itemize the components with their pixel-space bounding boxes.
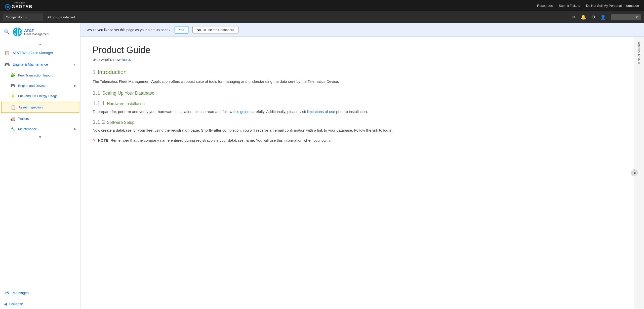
section-1-1-1-title: Hardware Installation — [107, 102, 145, 106]
sidebar-item-asset-inspection[interactable]: 📋 Asset Inspection — [1, 102, 79, 113]
startup-question: Would you like to set this page as your … — [87, 28, 171, 32]
att-globe-icon — [13, 27, 22, 37]
mail-icon-button[interactable]: ✉ — [572, 14, 576, 20]
user-icon-button[interactable]: 👤 — [600, 14, 606, 20]
collapse-chevron-icon: ◀ — [4, 302, 7, 306]
section-1-body: The Telematics Fleet Management Applicat… — [93, 79, 622, 85]
subbar: Groups filter ▼ All groups selected ✉ 🔔 … — [0, 11, 644, 23]
maintenance-arrow-icon: ▶ — [74, 127, 76, 131]
sidebar-item-engine-maintenance[interactable]: 🎮 Engine & Maintenance ▲ — [0, 59, 80, 70]
topbar-nav: Resources Submit Tickets Do Not Sell My … — [537, 4, 639, 8]
powered-by-text: Powered by — [13, 2, 25, 4]
section-1-1-title: Setting Up Your Database — [102, 91, 154, 96]
hardware-body-suffix: prior to installation. — [335, 109, 368, 114]
groups-filter-chevron-icon: ▼ — [26, 16, 28, 19]
sidebar: 🔍 AT&T Fleet Management ▲ — [0, 23, 80, 309]
sidebar-item-fuel-transaction[interactable]: 🧩 Fuel Transaction Import — [0, 70, 80, 81]
sidebar-scroll-down-button[interactable]: ▼ — [0, 134, 80, 140]
engine-device-icon: 🎮 — [10, 83, 16, 88]
sidebar-item-messages[interactable]: ✉ Messages — [0, 287, 80, 299]
fuel-ev-icon: ⚡ — [10, 94, 16, 98]
subtitle-suffix: . — [130, 57, 131, 62]
this-guide-link[interactable]: this guide — [233, 109, 249, 114]
sidebar-item-engine-maintenance-label: Engine & Maintenance — [13, 62, 48, 66]
svg-point-1 — [7, 6, 9, 8]
groups-filter-label: Groups filter — [6, 15, 24, 19]
user-dropdown[interactable]: ▼ — [611, 14, 641, 20]
section-1-title: Introduction — [98, 69, 127, 75]
sidebar-brand-name: AT&T Fleet Management — [24, 28, 49, 36]
sidebar-item-engine-device-label: Engine and Device... — [18, 84, 48, 88]
all-groups-text: All groups selected — [47, 15, 568, 19]
notifications-icon-button[interactable]: 🔔 — [581, 14, 586, 20]
engine-device-arrow-icon: ▶ — [74, 84, 76, 87]
sidebar-scroll-up-button[interactable]: ▲ — [0, 41, 80, 47]
no-dashboard-button[interactable]: No, I'll use the Dashboard — [192, 26, 238, 33]
sidebar-item-maintenance[interactable]: 🔧 Maintenance... ▶ — [0, 124, 80, 134]
section-1-1-2-body: Now create a database for your fleet usi… — [93, 127, 622, 133]
fuel-transaction-icon: 🧩 — [10, 73, 16, 78]
note-bold: NOTE — [98, 138, 108, 142]
limitations-link[interactable]: limitations of use — [307, 109, 335, 114]
topbar: Powered by GEOTAB Resources Submit Ticke… — [0, 0, 644, 11]
product-guide-subtitle: See what's new here. — [93, 57, 622, 62]
sidebar-item-trailers[interactable]: 🚛 Trailers — [0, 113, 80, 124]
trailers-icon: 🚛 — [10, 116, 16, 121]
section-1-1-1-header: 1.1.1 Hardware Installation — [93, 100, 622, 107]
hardware-body-prefix: To prepare for, perform and verify your … — [93, 109, 233, 114]
brand-geotab: Powered by GEOTAB — [5, 2, 32, 10]
geotab-logo: GEOTAB — [5, 4, 32, 10]
subtitle-prefix: See what's new — [93, 57, 122, 62]
sidebar-brand: AT&T Fleet Management — [13, 27, 49, 37]
sidebar-item-att-workforce-label: AT&T Workforce Manager — [13, 51, 53, 55]
privacy-link[interactable]: Do Not Sell My Personal Information — [586, 4, 639, 8]
sidebar-brand-main: AT&T — [24, 28, 49, 32]
sidebar-item-fuel-ev[interactable]: ⚡ Fuel and EV Energy Usage — [0, 91, 80, 101]
sidebar-brand-sub: Fleet Management — [24, 32, 49, 36]
section-1-1-2-header: 1.1.2 Software Setup — [93, 119, 622, 125]
search-button[interactable]: 🔍 — [4, 29, 10, 35]
toc-label: Table of contents — [637, 42, 641, 65]
asset-inspection-icon: 📋 — [11, 105, 16, 110]
content-area: Would you like to set this page as your … — [80, 23, 644, 309]
settings-icon-button[interactable]: ⚙ — [591, 14, 595, 20]
submit-tickets-link[interactable]: Submit Tickets — [559, 4, 580, 8]
section-1-number: 1 — [93, 69, 96, 75]
section-1-1-1-number: 1.1.1 — [93, 100, 105, 107]
sidebar-header: 🔍 AT&T Fleet Management — [0, 23, 80, 41]
content-scroll-area[interactable]: Product Guide See what's new here. 1 Int… — [80, 37, 644, 309]
subbar-icons-area: ✉ 🔔 ⚙ 👤 ▼ — [572, 14, 641, 20]
messages-icon: ✉ — [4, 290, 10, 296]
section-1-header: 1 Introduction — [93, 69, 622, 75]
sidebar-item-messages-label: Messages — [13, 291, 29, 295]
geotab-icon — [5, 4, 11, 10]
groups-filter-button[interactable]: Groups filter ▼ — [3, 14, 43, 21]
resources-link[interactable]: Resources — [537, 4, 553, 8]
sidebar-item-engine-device[interactable]: 🎮 Engine and Device... ▶ — [0, 81, 80, 91]
note-content: : Remember that the company name entered… — [108, 138, 331, 142]
toc-toggle-button[interactable]: ◀ — [631, 169, 638, 176]
note-symbol: ✳ — [93, 138, 96, 142]
sidebar-item-fuel-transaction-label: Fuel Transaction Import — [18, 73, 53, 77]
subtitle-link[interactable]: here — [122, 57, 130, 62]
product-guide: Product Guide See what's new here. 1 Int… — [80, 37, 634, 309]
section-1-1-2-number: 1.1.2 — [93, 119, 105, 125]
note-text: ✳ NOTE: Remember that the company name e… — [93, 137, 622, 143]
hardware-body-mid: carefully. Additionally, please visit — [250, 109, 307, 114]
toc-sidebar: ◀ Table of contents — [634, 37, 644, 309]
geotab-brand-name: GEOTAB — [12, 4, 32, 9]
topbar-brand-area: Powered by GEOTAB — [5, 2, 32, 10]
workforce-icon: 📋 — [4, 50, 10, 56]
collapse-label: Collapse — [9, 302, 23, 306]
sidebar-item-maintenance-label: Maintenance... — [18, 127, 39, 131]
yes-button[interactable]: Yes — [175, 26, 188, 33]
sidebar-item-att-workforce[interactable]: 📋 AT&T Workforce Manager — [0, 47, 80, 59]
startup-banner: Would you like to set this page as your … — [80, 23, 644, 37]
section-1-1-header: 1.1 Setting Up Your Database — [93, 90, 622, 96]
section-1-1-number: 1.1 — [93, 90, 100, 96]
engine-icon: 🎮 — [4, 62, 10, 67]
sidebar-item-trailers-label: Trailers — [18, 117, 29, 121]
section-1-1-2-title: Software Setup — [107, 120, 134, 125]
sidebar-collapse-button[interactable]: ◀ Collapse — [0, 299, 80, 309]
section-1-1-1-body: To prepare for, perform and verify your … — [93, 109, 622, 115]
